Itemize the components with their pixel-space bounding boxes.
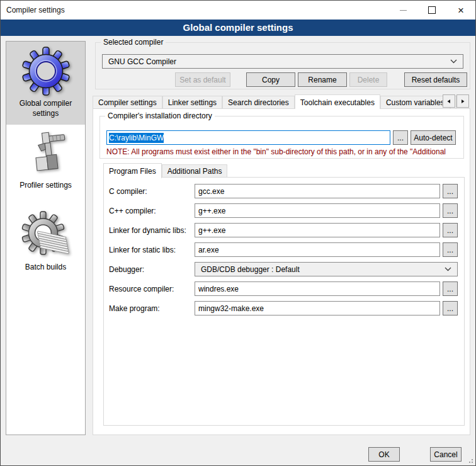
settings-category-list: Global compiler settings Profiler settin…: [6, 41, 86, 435]
debugger-select[interactable]: GDB/CDB debugger : Default: [195, 262, 458, 276]
sidebar-item-label: Profiler settings: [20, 180, 72, 190]
sidebar-item-profiler-settings[interactable]: Profiler settings: [6, 125, 85, 196]
installation-directory-input[interactable]: C:\raylib\MinGW: [106, 130, 390, 145]
browse-cpp-compiler-button[interactable]: ...: [443, 203, 458, 218]
reset-defaults-button[interactable]: Reset defaults: [404, 72, 467, 87]
browse-c-compiler-button[interactable]: ...: [443, 184, 458, 198]
selected-compiler-group: Selected compiler GNU GCC Compiler Set a…: [95, 42, 470, 89]
cancel-button[interactable]: Cancel: [430, 447, 462, 462]
field-row: Linker for static libs: ...: [109, 242, 458, 257]
close-button[interactable]: ×: [446, 1, 475, 20]
caliper-icon: [21, 130, 71, 178]
maximize-icon: [428, 6, 436, 14]
field-label: C++ compiler:: [109, 207, 195, 215]
field-label: Make program:: [109, 304, 195, 313]
field-row: C compiler: ...: [109, 184, 458, 198]
gray-gear-papers-icon: [21, 210, 71, 259]
page-title: Global compiler settings: [1, 20, 475, 36]
ok-button[interactable]: OK: [368, 447, 400, 462]
debugger-select-value: GDB/CDB debugger : Default: [201, 265, 445, 274]
sidebar-item-global-compiler-settings[interactable]: Global compiler settings: [6, 42, 85, 125]
selected-text: C:\raylib\MinGW: [109, 133, 164, 143]
titlebar: Compiler settings ×: [1, 1, 475, 20]
field-label: Debugger:: [109, 265, 195, 274]
compiler-select[interactable]: GNU GCC Compiler: [102, 54, 463, 69]
set-as-default-button[interactable]: Set as default: [175, 72, 230, 87]
tab-program-files[interactable]: Program Files: [103, 163, 162, 178]
resize-grip[interactable]: [472, 462, 473, 463]
tab-scroll-left-button[interactable]: [443, 94, 455, 108]
field-row: C++ compiler: ...: [109, 203, 458, 218]
field-label: Linker for dynamic libs:: [109, 226, 195, 235]
maximize-button[interactable]: [417, 1, 446, 20]
blue-gear-icon: [21, 47, 71, 96]
tab-toolchain-executables[interactable]: Toolchain executables: [295, 94, 380, 109]
triangle-right-icon: [460, 99, 465, 104]
compiler-select-value: GNU GCC Compiler: [108, 57, 450, 66]
copy-button[interactable]: Copy: [246, 72, 295, 87]
tab-custom-variables[interactable]: Custom variables: [380, 96, 450, 109]
program-files-panel: C compiler: ... C++ compiler: ... Linker…: [103, 177, 465, 426]
field-row: Debugger: GDB/CDB debugger : Default: [109, 262, 458, 276]
delete-button[interactable]: Delete: [349, 72, 387, 87]
toolchain-executables-panel: Compiler's installation directory C:\ray…: [93, 108, 470, 435]
minimize-button[interactable]: [388, 1, 417, 20]
static-linker-input[interactable]: [195, 242, 440, 257]
group-label: Compiler's installation directory: [105, 111, 215, 120]
field-row: Resource compiler: ...: [109, 281, 458, 296]
browse-directory-button[interactable]: ...: [393, 130, 408, 145]
sidebar-item-label: Batch builds: [25, 262, 66, 272]
browse-make-program-button[interactable]: ...: [443, 301, 458, 315]
field-label: C compiler:: [109, 187, 195, 196]
tab-additional-paths[interactable]: Additional Paths: [162, 164, 228, 178]
installation-directory-group: Compiler's installation directory C:\ray…: [99, 116, 464, 159]
compiler-settings-dialog: Compiler settings × Global compiler sett…: [0, 0, 476, 466]
auto-detect-button[interactable]: Auto-detect: [411, 130, 456, 145]
compiler-settings-tabbar: Compiler settings Linker settings Search…: [93, 94, 470, 109]
cpp-compiler-input[interactable]: [195, 203, 440, 218]
bin-subdirectory-note: NOTE: All programs must exist either in …: [106, 147, 462, 156]
field-row: Make program: ...: [109, 301, 458, 315]
field-row: Linker for dynamic libs: ...: [109, 223, 458, 237]
dynamic-linker-input[interactable]: [195, 223, 440, 237]
resource-compiler-input[interactable]: [195, 281, 440, 296]
browse-static-linker-button[interactable]: ...: [443, 242, 458, 257]
chevron-down-icon: [450, 59, 457, 64]
sidebar-item-batch-builds[interactable]: Batch builds: [6, 205, 85, 278]
browse-dynamic-linker-button[interactable]: ...: [443, 223, 458, 237]
window-title: Compiler settings: [1, 6, 65, 14]
tab-search-directories[interactable]: Search directories: [222, 96, 295, 109]
triangle-left-icon: [446, 99, 451, 104]
group-label: Selected compiler: [101, 38, 166, 47]
field-label: Linker for static libs:: [109, 246, 195, 254]
chevron-down-icon: [445, 267, 451, 271]
tab-compiler-settings[interactable]: Compiler settings: [93, 96, 162, 109]
minimize-icon: [400, 10, 407, 11]
field-label: Resource compiler:: [109, 285, 195, 293]
browse-resource-compiler-button[interactable]: ...: [443, 281, 458, 296]
tab-scroll-right-button[interactable]: [456, 94, 469, 108]
sidebar-item-label: Global compiler settings: [9, 98, 82, 118]
program-files-tabbar: Program Files Additional Paths: [103, 164, 227, 178]
c-compiler-input[interactable]: [195, 184, 440, 198]
rename-button[interactable]: Rename: [298, 72, 347, 87]
close-icon: ×: [458, 5, 464, 16]
make-program-input[interactable]: [195, 301, 440, 315]
tab-linker-settings[interactable]: Linker settings: [162, 96, 222, 109]
